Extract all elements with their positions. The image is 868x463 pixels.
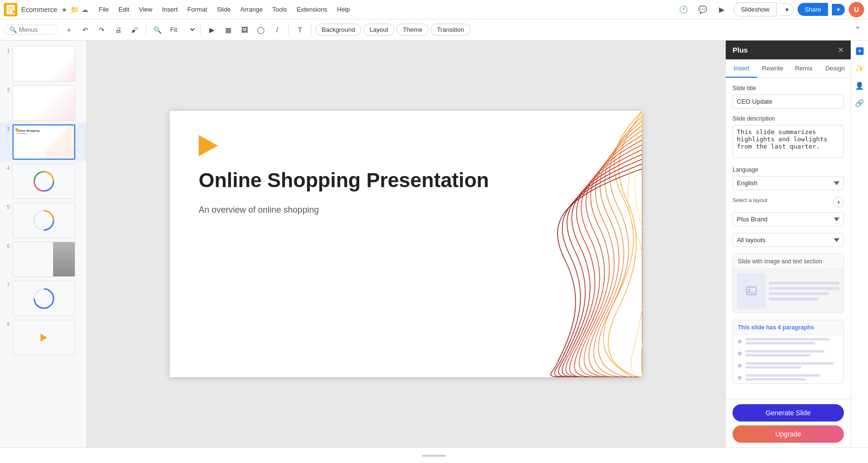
menu-arrange[interactable]: Arrange xyxy=(236,4,268,15)
history-button[interactable]: 🕐 xyxy=(676,2,691,17)
layout-card-paragraphs[interactable]: This slide has 4 paragraphs xyxy=(732,320,844,384)
share-dropdown-button[interactable]: ▼ xyxy=(832,4,845,15)
plus-panel: Plus ✕ Insert Rewrite Remix Design Slide… xyxy=(725,41,851,448)
user-avatar[interactable]: U xyxy=(849,2,864,17)
app-name: Ecommerce xyxy=(21,6,57,14)
slide-subtitle[interactable]: An overview of online shopping xyxy=(199,205,319,215)
zoom-button[interactable]: 🔍 xyxy=(150,23,164,37)
slide-item-6[interactable]: 6 xyxy=(0,240,86,279)
plus-icon-button[interactable]: + xyxy=(853,44,867,58)
para-lines-2 xyxy=(746,350,839,356)
shape-button[interactable]: ◯ xyxy=(254,23,268,37)
slide-title-input[interactable] xyxy=(732,95,844,109)
para-line-3a xyxy=(746,362,834,365)
para-dot-4 xyxy=(738,376,742,380)
tab-remix[interactable]: Remix xyxy=(788,60,820,78)
layout-line-4 xyxy=(769,298,818,300)
transition-button[interactable]: Transition xyxy=(431,24,471,36)
layout-button[interactable]: Layout xyxy=(363,24,394,36)
slideshow-button[interactable]: Slideshow xyxy=(733,2,776,16)
sparkle-icon-button[interactable]: ✨ xyxy=(853,62,867,75)
menu-extensions[interactable]: Extensions xyxy=(292,4,332,15)
tab-insert[interactable]: Insert xyxy=(726,60,757,78)
menu-bar: Ecommerce ★ 📁 ☁ File Edit View Insert Fo… xyxy=(0,0,868,19)
text-button[interactable]: T xyxy=(293,23,307,37)
star-icon[interactable]: ★ xyxy=(61,6,68,14)
slide-item-7[interactable]: 7 xyxy=(0,279,86,318)
menu-insert[interactable]: Insert xyxy=(157,4,183,15)
layout-brand-select[interactable]: Plus Brand Default xyxy=(732,212,844,226)
language-label: Language xyxy=(732,166,844,173)
menu-help[interactable]: Help xyxy=(332,4,355,15)
header-right: 🕐 💬 ▶ Slideshow ▼ Share ▼ U xyxy=(676,2,864,17)
language-select[interactable]: English Spanish French xyxy=(732,176,844,190)
slide-item-5[interactable]: 5 xyxy=(0,201,86,240)
menu-file[interactable]: File xyxy=(94,4,114,15)
image-button[interactable]: 🖼 xyxy=(237,23,252,37)
slide-canvas: Online Shopping Presentation An overview… xyxy=(170,111,642,377)
folder-icon[interactable]: 📁 xyxy=(70,6,79,14)
generate-slide-button[interactable]: Generate Slide xyxy=(732,404,844,422)
menu-slide[interactable]: Slide xyxy=(212,4,236,15)
redo-button[interactable]: ↷ xyxy=(95,23,109,37)
page-indicator xyxy=(422,455,446,457)
svg-rect-3 xyxy=(8,8,13,9)
menu-format[interactable]: Format xyxy=(183,4,212,15)
upgrade-button[interactable]: Upgrade xyxy=(732,425,844,443)
slide-thumb-6 xyxy=(13,242,75,277)
layout-add-button[interactable]: + xyxy=(833,197,844,207)
collapse-toolbar-button[interactable]: ⌃ xyxy=(851,23,864,37)
slide-item-1[interactable]: 1 xyxy=(0,44,86,83)
canvas-area: Online Shopping Presentation An overview… xyxy=(87,41,725,448)
cursor-button[interactable]: ▶ xyxy=(204,23,219,37)
theme-button[interactable]: Theme xyxy=(396,24,428,36)
svg-rect-2 xyxy=(8,7,13,7)
zoom-select[interactable]: Fit 50% 75% 100% xyxy=(166,25,196,35)
tab-rewrite[interactable]: Rewrite xyxy=(757,60,788,78)
plus-panel-body: Slide title Slide description This slide… xyxy=(726,78,851,399)
layout-image-placeholder xyxy=(737,273,766,309)
toolbar-divider-2 xyxy=(200,25,201,35)
undo-button[interactable]: ↶ xyxy=(78,23,93,37)
menu-view[interactable]: View xyxy=(134,4,157,15)
select-button[interactable]: ▦ xyxy=(221,23,235,37)
link-icon-button[interactable]: 🔗 xyxy=(853,96,867,110)
slide-thumb-7 xyxy=(13,281,75,316)
layout-text-lines xyxy=(769,273,840,309)
layout-filter-select[interactable]: All layouts Title slides Content slides xyxy=(732,233,844,247)
layout-card-paragraphs-title: This slide has 4 paragraphs xyxy=(733,320,843,335)
background-button[interactable]: Background xyxy=(315,24,361,36)
layout-card-image-text[interactable]: Slide with image and text section xyxy=(732,254,844,313)
line-button[interactable]: / xyxy=(270,23,285,37)
slideshow-dropdown-button[interactable]: ▼ xyxy=(781,3,794,16)
slide-number-6: 6 xyxy=(4,244,10,249)
comments-button[interactable]: 💬 xyxy=(695,2,710,17)
cloud-save-icon[interactable]: ☁ xyxy=(81,6,88,14)
print-button[interactable]: 🖨 xyxy=(111,23,125,37)
para-line-2a xyxy=(746,350,825,353)
share-button[interactable]: Share xyxy=(798,3,828,16)
slide-item-3[interactable]: 3 Online Shopping Presentation xyxy=(0,123,86,162)
plus-panel-footer: Generate Slide Upgrade xyxy=(726,399,851,448)
plus-panel-close-button[interactable]: ✕ xyxy=(838,45,844,54)
layout-card-image-text-title: Slide with image and text section xyxy=(733,254,843,269)
slide-desc-textarea[interactable]: This slide summarizes highlights and low… xyxy=(732,125,844,158)
slide-item-4[interactable]: 4 xyxy=(0,162,86,201)
new-slide-button[interactable]: + xyxy=(62,23,76,37)
person-icon-button[interactable]: 👤 xyxy=(853,79,867,93)
layout-section-label: Select a layout xyxy=(732,197,767,203)
view-mode-button[interactable]: ▶ xyxy=(714,2,730,17)
slide-item-8[interactable]: 8 xyxy=(0,318,86,357)
slide-title[interactable]: Online Shopping Presentation xyxy=(199,169,489,192)
menu-tools[interactable]: Tools xyxy=(268,4,292,15)
paint-format-button[interactable]: 🖌 xyxy=(127,23,142,37)
tab-design[interactable]: Design xyxy=(819,60,851,78)
slide-number-4: 4 xyxy=(4,165,10,171)
search-input[interactable] xyxy=(19,26,53,33)
svg-rect-4 xyxy=(8,10,11,11)
menu-edit[interactable]: Edit xyxy=(114,4,134,15)
slide-item-2[interactable]: 2 xyxy=(0,83,86,123)
right-icons-panel: + ✨ 👤 🔗 xyxy=(851,41,868,448)
slide-title-label: Slide title xyxy=(732,85,844,92)
para-line-1b xyxy=(746,342,815,344)
